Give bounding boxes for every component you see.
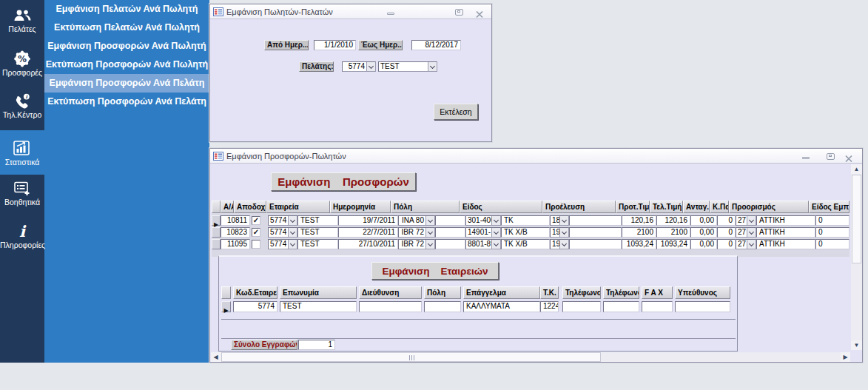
header-eidos-emp[interactable]: Είδος Εμπ	[809, 201, 850, 213]
show-offers-button[interactable]: Εμφάνιση Προσφορών	[271, 172, 416, 191]
city-name-cell[interactable]	[435, 227, 465, 238]
final-price-cell[interactable]: 120,16	[656, 215, 690, 226]
kind-code-combo[interactable]: 301-400	[465, 215, 501, 226]
dropdown-arrow-icon[interactable]	[491, 228, 500, 237]
execute-button[interactable]: Εκτέλεση	[434, 104, 478, 120]
dropdown-arrow-icon[interactable]	[747, 228, 756, 237]
header-destination[interactable]: Προορισμός	[729, 201, 809, 213]
maximize-icon[interactable]	[454, 8, 465, 16]
menu-item-show-offers-per-customer[interactable]: Εμφάνιση Προσφορών Ανά Πελάτη	[44, 74, 209, 93]
competition-cell[interactable]: 0,00	[690, 227, 717, 238]
kind-name-cell[interactable]: TK	[501, 215, 550, 226]
competition-cell[interactable]: 0,00	[690, 239, 717, 249]
dropdown-arrow-icon[interactable]	[425, 240, 434, 249]
city-name-cell[interactable]	[435, 239, 465, 249]
company-name-cell[interactable]: TEST	[297, 227, 338, 238]
kpar-cell[interactable]: 0	[717, 239, 736, 249]
menu-item-show-customers-per-seller[interactable]: Εμφάνιση Πελατών Ανά Πωλητή	[44, 0, 209, 19]
dropdown-arrow-icon[interactable]	[425, 228, 434, 237]
scroll-right-button[interactable]: ▶	[841, 352, 850, 362]
city-cell[interactable]	[424, 301, 461, 312]
dropdown-arrow-icon[interactable]	[288, 240, 297, 249]
dropdown-arrow-icon[interactable]	[288, 216, 297, 225]
horizontal-scroll-thumb[interactable]	[221, 352, 601, 362]
origin-code-combo[interactable]: 19	[550, 227, 569, 238]
maximize-icon[interactable]	[826, 152, 836, 161]
phone1-cell[interactable]	[562, 301, 601, 312]
minimize-icon[interactable]	[801, 152, 812, 161]
vertical-scrollbar[interactable]: ▲ ▼	[851, 164, 862, 350]
minimize-icon[interactable]	[386, 8, 397, 16]
company-code-combo[interactable]: 5774	[268, 239, 297, 249]
first-price-cell[interactable]: 120,16	[622, 215, 656, 226]
origin-code-combo[interactable]: 19	[550, 239, 569, 249]
header-city[interactable]: Πόλη	[424, 286, 461, 299]
header-address[interactable]: Διεύθυνση	[359, 286, 422, 299]
first-price-cell[interactable]: 2100	[622, 227, 656, 238]
aa-cell[interactable]: 11095	[221, 239, 250, 249]
kind-code-combo[interactable]: 14901-150	[465, 227, 501, 238]
header-kpar[interactable]: Κ.Παρ	[710, 201, 729, 213]
dest-code-combo[interactable]: 27	[736, 227, 756, 238]
header-profession[interactable]: Επάγγελμα	[463, 286, 540, 299]
city-code-combo[interactable]: IBR 72	[398, 227, 435, 238]
customer-code-combo[interactable]: 5774	[342, 61, 376, 72]
sidebar-item-call-center[interactable]: i Τηλ.Κέντρο	[0, 89, 44, 130]
fax-cell[interactable]	[642, 301, 673, 312]
company-name-cell[interactable]: TEST	[297, 215, 338, 226]
header-company-code[interactable]: Κωδ.Εταιρείας	[233, 286, 277, 299]
address-cell[interactable]	[359, 301, 422, 312]
menu-item-print-offers-per-seller[interactable]: Εκτύπωση Προσφορών Ανά Πωλητή	[44, 56, 209, 74]
phone2-cell[interactable]	[603, 301, 639, 312]
company-code-cell[interactable]: 5774	[233, 301, 277, 312]
sidebar-item-customers[interactable]: Πελάτες	[0, 4, 44, 46]
accept-checkbox[interactable]: ✓	[252, 216, 260, 225]
header-phone2[interactable]: Τηλέφωνο2	[603, 286, 639, 299]
row-selector-cell[interactable]	[212, 239, 221, 249]
contact-cell[interactable]	[675, 301, 730, 312]
dest-name-cell[interactable]: ΑΤΤΙΚΗ	[756, 227, 815, 238]
dropdown-arrow-icon[interactable]	[428, 62, 437, 71]
first-price-cell[interactable]: 1093,24	[622, 239, 656, 249]
dest-code-combo[interactable]: 27	[736, 239, 756, 249]
header-zip[interactable]: Τ.Κ.	[540, 286, 559, 299]
city-code-combo[interactable]: IBR 72	[398, 239, 435, 249]
dest-name-cell[interactable]: ΑΤΤΙΚΗ	[756, 239, 815, 249]
aa-cell[interactable]: 10823	[221, 227, 250, 238]
horizontal-scrollbar[interactable]: ◀ ▶	[211, 352, 850, 362]
accept-checkbox[interactable]	[252, 240, 260, 249]
origin-name-cell[interactable]	[569, 239, 622, 249]
competition-cell[interactable]: 0,00	[690, 215, 717, 226]
dropdown-arrow-icon[interactable]	[425, 216, 434, 225]
kind-name-cell[interactable]: TK X/B	[501, 227, 550, 238]
header-company[interactable]: Εταιρεία	[266, 201, 330, 213]
header-final-price[interactable]: Τελ.Τιμή	[650, 201, 683, 213]
accept-checkbox[interactable]: ✓	[252, 228, 260, 237]
row-selector-cell[interactable]: ▶	[221, 301, 231, 312]
sidebar-item-utilities[interactable]: Βοηθητικά	[0, 176, 44, 218]
dropdown-arrow-icon[interactable]	[288, 228, 297, 237]
final-price-cell[interactable]: 2100	[656, 227, 690, 238]
header-phone1[interactable]: Τηλέφωνο1	[562, 286, 601, 299]
city-name-cell[interactable]	[435, 215, 465, 226]
customer-name-combo[interactable]: TEST	[378, 61, 437, 72]
eidos-emp-cell[interactable]: 0	[815, 215, 850, 226]
kind-name-cell[interactable]: TK X/B	[501, 239, 550, 249]
zip-cell[interactable]: 12241	[540, 301, 559, 312]
header-aa[interactable]: Α/Α	[221, 201, 234, 213]
row-selector-cell[interactable]	[212, 227, 221, 238]
sidebar-item-information[interactable]: i Πληροφορίες	[0, 219, 44, 260]
header-date[interactable]: Ημερομηνία	[330, 201, 391, 213]
dropdown-arrow-icon[interactable]	[491, 216, 500, 225]
offers-table-row[interactable]: 11095 5774 TEST 27/10/2011 IBR 72 8801-8…	[212, 239, 850, 249]
offers-table-row[interactable]: 10823 ✓ 5774 TEST 22/7/2011 IBR 72 14901…	[212, 227, 850, 238]
company-name-cell[interactable]: TEST	[280, 301, 357, 312]
scroll-left-button[interactable]: ◀	[211, 352, 221, 362]
final-price-cell[interactable]: 1093,24	[656, 239, 690, 249]
header-city[interactable]: Πόλη	[391, 201, 460, 213]
header-fax[interactable]: F A X	[642, 286, 673, 299]
dest-code-combo[interactable]: 27	[736, 215, 756, 226]
dest-name-cell[interactable]: ΑΤΤΙΚΗ	[756, 215, 815, 226]
dropdown-arrow-icon[interactable]	[747, 216, 756, 225]
sidebar-item-statistics[interactable]: Στατιστικά	[0, 130, 44, 175]
